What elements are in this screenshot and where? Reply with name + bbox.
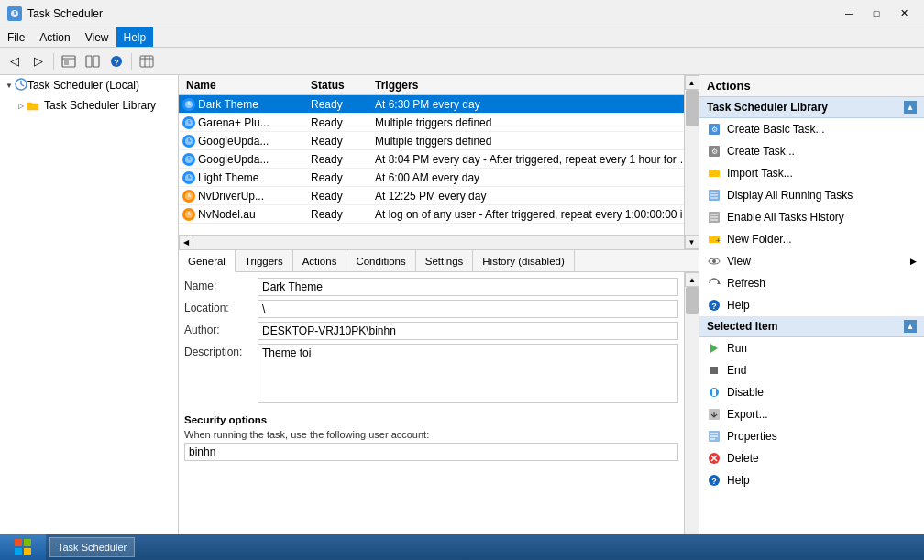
tab-triggers[interactable]: Triggers [236,250,293,271]
tab-conditions[interactable]: Conditions [346,250,415,271]
folder-icon-import [707,166,721,181]
svg-marker-37 [717,281,720,284]
action-enable-history-label: Enable All Tasks History [727,211,844,224]
task-table-hscrollbar[interactable]: ◀ ▶ [179,235,698,249]
action-help-library[interactable]: ? Help [699,294,924,316]
task-row-googleupdate1[interactable]: GoogleUpda... Ready Multiple triggers de… [179,132,698,150]
minimize-button[interactable]: ─ [836,5,862,23]
detail-row-location: Location: \ [184,300,678,318]
task-icon-2 [182,135,195,148]
svg-text:?: ? [711,302,717,311]
task-icon-0 [182,98,195,111]
task-table-vscrollbar[interactable]: ▲ ▼ [684,75,698,249]
action-create-task[interactable]: ⚙ Create Task... [699,140,924,162]
task-row-dark-theme[interactable]: Dark Theme Ready At 6:30 PM every day [179,95,698,114]
columns-button[interactable] [136,50,158,72]
taskbar-task-item[interactable]: Task Scheduler [50,537,135,557]
h-scroll-track[interactable] [193,236,684,249]
task-name-0: Dark Theme [198,98,258,111]
task-status-6: Ready [311,208,375,221]
start-button[interactable] [0,534,46,560]
close-button[interactable]: ✕ [891,5,917,23]
task-status-3: Ready [311,153,375,166]
app-icon [7,6,22,21]
action-refresh[interactable]: Refresh [699,272,924,294]
scroll-track[interactable] [685,90,698,235]
action-disable[interactable]: Disable [699,381,924,403]
gear-icon-basic: ⚙ [707,122,721,137]
back-button[interactable]: ◁ [4,50,26,72]
task-rows: Dark Theme Ready At 6:30 PM every day [179,95,698,235]
forward-button[interactable]: ▷ [28,50,50,72]
action-properties[interactable]: Properties [699,425,924,447]
svg-rect-56 [24,539,31,546]
show-hide-console-button[interactable] [58,50,80,72]
task-icon-1 [182,116,195,129]
scroll-down-arrow[interactable]: ▼ [685,235,699,249]
menu-help[interactable]: Help [116,27,154,47]
author-value: DESKTOP-VRJ10PK\binhn [258,322,678,340]
task-row-light-theme[interactable]: Light Theme Ready At 6:00 AM every day [179,169,698,187]
tab-history[interactable]: History (disabled) [473,250,574,271]
action-view[interactable]: View ▶ [699,250,924,272]
svg-text:⚙: ⚙ [711,126,718,134]
center-content: Name Status Triggers [179,75,699,560]
detail-row-author: Author: DESKTOP-VRJ10PK\binhn [184,322,678,340]
local-label: Task Scheduler (Local) [28,79,139,92]
col-header-triggers: Triggers [375,79,680,92]
gear-icon-create: ⚙ [707,144,721,159]
task-row-googleupdate2[interactable]: GoogleUpda... Ready At 8:04 PM every day… [179,150,698,169]
export-icon [707,407,721,422]
main-layout: ▼ Task Scheduler (Local) ▷ Task Schedule… [0,75,924,560]
folder-icon-new: + [707,232,721,247]
actions-section-selected-header[interactable]: Selected Item ▲ [699,316,924,337]
action-end[interactable]: End [699,359,924,381]
action-create-basic-task[interactable]: ⚙ Create Basic Task... [699,118,924,140]
disable-icon [707,385,721,400]
svg-rect-58 [24,548,31,555]
task-row-nvdriverup[interactable]: NvDriverUp... Ready At 12:25 PM every da… [179,187,698,205]
action-export-label: Export... [727,408,768,421]
name-value: Dark Theme [258,278,678,296]
scroll-up-arrow[interactable]: ▲ [685,75,699,90]
security-description: When running the task, use the following… [184,429,678,440]
action-run[interactable]: Run [699,337,924,359]
collapse-library-btn[interactable]: ▲ [904,101,917,114]
action-delete[interactable]: Delete [699,447,924,469]
action-help-item[interactable]: ? Help [699,469,924,491]
sidebar-item-library[interactable]: ▷ Task Scheduler Library [0,95,178,115]
tab-general[interactable]: General [179,250,236,272]
help-toolbar-button[interactable]: ? [105,50,127,72]
svg-text:?: ? [114,58,119,67]
detail-vscrollbar[interactable]: ▲ ▼ [684,272,698,560]
menu-file[interactable]: File [0,27,32,47]
collapse-selected-btn[interactable]: ▲ [904,320,917,333]
scroll-thumb [686,90,698,126]
task-row-nvnodel[interactable]: NvNodel.au Ready At log on of any user -… [179,205,698,224]
action-new-folder[interactable]: + New Folder... [699,228,924,250]
menu-action[interactable]: Action [32,27,77,47]
task-icon-6 [182,208,195,221]
actions-section-library-header[interactable]: Task Scheduler Library ▲ [699,97,924,118]
tab-settings[interactable]: Settings [416,250,474,271]
detail-scroll-track[interactable] [685,287,698,545]
action-export[interactable]: Export... [699,403,924,425]
detail-row-name: Name: Dark Theme [184,278,678,296]
action-display-running[interactable]: Display All Running Tasks [699,184,924,206]
task-name-2: GoogleUpda... [198,135,269,148]
show-hide-split-button[interactable] [82,50,104,72]
svg-rect-43 [712,389,714,396]
maximize-button[interactable]: □ [864,5,889,23]
task-status-2: Ready [311,135,375,148]
task-trigger-2: Multiple triggers defined [375,135,695,148]
action-display-running-label: Display All Running Tasks [727,189,852,202]
menu-view[interactable]: View [78,27,116,47]
action-import-task[interactable]: Import Task... [699,162,924,184]
task-row-garena[interactable]: Garena+ Plu... Ready Multiple triggers d… [179,114,698,132]
sidebar-item-local[interactable]: ▼ Task Scheduler (Local) [0,75,178,95]
detail-scroll-up[interactable]: ▲ [685,272,698,287]
tab-actions[interactable]: Actions [293,250,347,271]
h-scroll-left[interactable]: ◀ [179,236,193,250]
action-enable-history[interactable]: Enable All Tasks History [699,206,924,228]
detail-panel: General Triggers Actions Conditions Sett… [179,249,698,560]
